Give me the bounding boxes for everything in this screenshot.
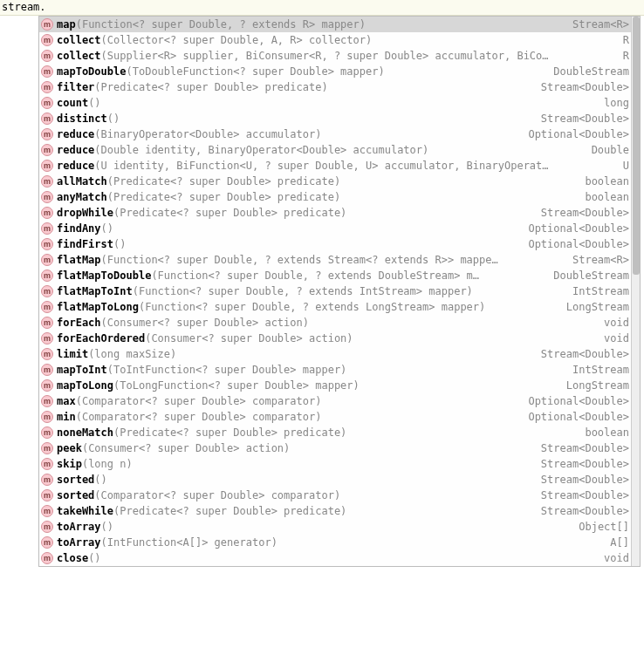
editor-line[interactable]: stream. [0,0,644,16]
editor-text: stream. [2,1,46,13]
